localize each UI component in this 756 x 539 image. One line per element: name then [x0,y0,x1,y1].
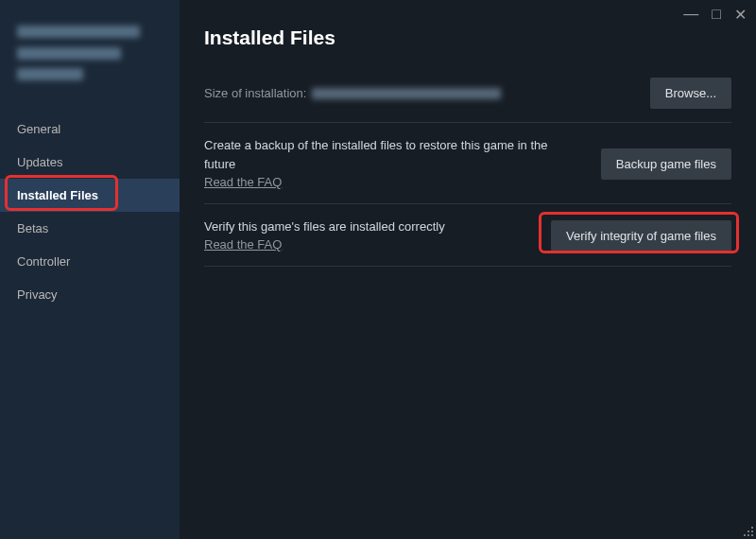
sidebar-item-installed-files[interactable]: Installed Files [0,179,180,212]
browse-button[interactable]: Browse... [650,78,731,109]
window-controls: — □ ✕ [683,6,747,24]
sidebar-nav: General Updates Installed Files Betas Co… [0,113,180,311]
sidebar-item-controller[interactable]: Controller [0,245,180,278]
backup-faq-link[interactable]: Read the FAQ [204,175,282,189]
sidebar-item-privacy[interactable]: Privacy [0,278,180,311]
sidebar-item-general[interactable]: General [0,113,180,146]
backup-row: Create a backup of the installed files t… [204,136,731,192]
divider [204,203,731,204]
sidebar: General Updates Installed Files Betas Co… [0,0,180,539]
divider [204,266,731,267]
game-title-blurred [0,24,180,105]
main-panel: — □ ✕ Installed Files Size of installati… [180,0,756,539]
close-button[interactable]: ✕ [734,6,747,24]
installation-size-label: Size of installation: [204,86,501,100]
installation-path-blurred [312,88,501,99]
sidebar-item-label: Installed Files [17,188,98,202]
divider [204,122,731,123]
resize-grip-icon[interactable] [743,526,754,537]
sidebar-item-betas[interactable]: Betas [0,212,180,245]
verify-description: Verify this game's files are installed c… [204,217,445,254]
verify-integrity-button[interactable]: Verify integrity of game files [551,220,731,252]
sidebar-item-updates[interactable]: Updates [0,146,180,179]
backup-description: Create a backup of the installed files t… [204,136,563,192]
installation-size-row: Size of installation: Browse... [204,78,731,109]
maximize-button[interactable]: □ [712,6,721,24]
page-title: Installed Files [204,26,731,49]
minimize-button[interactable]: — [683,6,698,24]
content-area: Installed Files Size of installation: Br… [180,0,756,299]
verify-row: Verify this game's files are installed c… [204,217,731,254]
verify-desc-text: Verify this game's files are installed c… [204,219,445,234]
size-label-text: Size of installation: [204,86,306,100]
backup-desc-text: Create a backup of the installed files t… [204,138,547,171]
verify-faq-link[interactable]: Read the FAQ [204,237,282,252]
backup-game-files-button[interactable]: Backup game files [601,148,731,180]
